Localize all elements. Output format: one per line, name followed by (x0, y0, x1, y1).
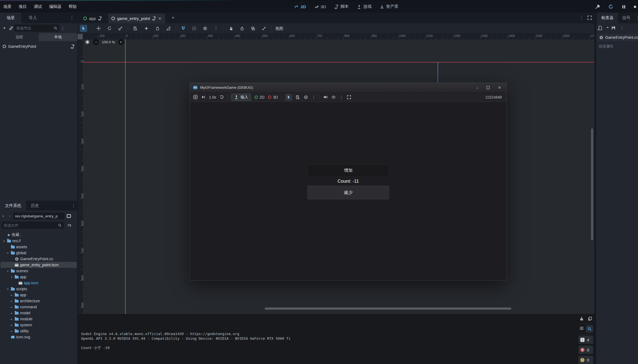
expand-arrow-icon[interactable] (10, 294, 13, 297)
path-field[interactable]: res://global/game_entry_p (13, 212, 64, 220)
new-tab-icon[interactable]: + (172, 15, 175, 21)
expand-arrow-icon[interactable] (10, 300, 13, 303)
search-log-button[interactable] (586, 325, 593, 333)
menu-item[interactable]: 调试 (34, 4, 42, 9)
vertical-scrollbar[interactable] (591, 128, 593, 240)
filter-nodes-field[interactable] (14, 25, 60, 32)
game-viewport[interactable]: 增加 Count: -11 减少 (190, 102, 507, 280)
filter-properties-label[interactable]: 筛选属性 (599, 44, 613, 49)
scale-tool[interactable] (117, 25, 124, 32)
tab-3d[interactable]: 3D (314, 4, 326, 9)
file-tree-row[interactable]: ★ res:// (1, 238, 77, 244)
scene-tab-app[interactable]: app (80, 14, 105, 23)
filter-nodes-input[interactable] (16, 26, 52, 30)
file-tree-row[interactable]: ★ command (1, 304, 77, 310)
expand-arrow-icon[interactable] (6, 288, 10, 291)
select-tool[interactable] (80, 25, 87, 32)
horizontal-scrollbar[interactable] (265, 307, 511, 310)
expand-arrow-icon[interactable] (10, 318, 13, 321)
add-node-button[interactable]: + (1, 25, 8, 31)
open-script-icon[interactable] (70, 45, 75, 49)
zoom-percent[interactable]: 100.0 % (102, 40, 115, 44)
file-tree-row[interactable]: ★ model (1, 310, 77, 316)
file-tree-row[interactable]: ★ 收藏 : (1, 232, 77, 238)
close-icon[interactable]: ✕ (498, 85, 501, 90)
collapse-log-icon[interactable] (579, 326, 584, 331)
tab-history[interactable]: 历史 (26, 201, 44, 211)
instantiate-scene-button[interactable] (8, 25, 14, 31)
unlock-node-icon[interactable] (238, 25, 246, 32)
file-tree-row[interactable]: ★ app (1, 274, 77, 280)
expand-arrow-icon[interactable] (10, 276, 13, 279)
file-tree-row[interactable]: ★ assets (1, 244, 77, 250)
nav-back-icon[interactable]: ‹ (0, 213, 7, 219)
embed-game-icon[interactable] (331, 95, 336, 99)
file-tree-row[interactable]: ★ utility (1, 328, 77, 334)
sort-files-icon[interactable] (66, 222, 73, 229)
file-tree-row[interactable]: ★ module (1, 316, 77, 322)
menu-item[interactable]: 项目 (19, 4, 27, 9)
expand-arrow-icon[interactable] (2, 239, 6, 242)
tab-list-icon[interactable]: ⋮ (580, 15, 584, 20)
message-count-badge[interactable]: ! 4 (578, 336, 593, 344)
fullscreen-icon[interactable] (347, 95, 351, 99)
zoom-in-button[interactable]: + (118, 39, 124, 45)
rotate-tool[interactable] (106, 25, 113, 32)
scene-tree-menu-icon[interactable]: ⋮ (60, 25, 66, 31)
viewport-options-icon[interactable] (85, 40, 90, 45)
pause-game-button[interactable] (621, 4, 627, 10)
reload-game-button[interactable] (607, 4, 614, 10)
filter-files-input[interactable] (4, 223, 56, 227)
nav-forward-icon[interactable]: › (7, 213, 13, 219)
input-mode-button[interactable]: 输入 (231, 94, 251, 101)
game-menu-icon[interactable]: ⋮ (339, 95, 343, 100)
split-dock-icon[interactable] (66, 213, 72, 219)
file-tree-row[interactable]: ★ global (1, 250, 77, 256)
menu-item[interactable]: 场景 (3, 4, 11, 9)
dock-tab-signals[interactable]: 信号 (618, 13, 635, 23)
move-tool[interactable] (95, 25, 102, 32)
new-resource-icon[interactable]: + (598, 26, 602, 30)
file-tree-row[interactable]: ★ system (1, 322, 77, 328)
message-count-badge[interactable]: ! 0 (578, 356, 593, 364)
tab-filesystem[interactable]: 文件系统 (0, 201, 26, 211)
camera-override-icon[interactable] (304, 95, 308, 99)
smart-snap-icon[interactable] (180, 25, 187, 32)
expand-arrow-icon[interactable] (6, 270, 10, 273)
left-splitter[interactable] (77, 23, 78, 364)
game-debug-window[interactable]: MyGFrameworkGame (DEBUG) – ✕ 1.0x 输入 (190, 82, 507, 281)
menu-item[interactable]: 编辑器 (49, 4, 61, 9)
file-tree-row[interactable]: ★ icon.svg (1, 334, 77, 340)
mode-2d-button[interactable]: 2D (255, 95, 264, 99)
scene-tab-game-entry-point[interactable]: game_entry_point ✕ (108, 14, 165, 23)
group-node-icon[interactable] (249, 25, 256, 32)
ruler-tool[interactable] (165, 25, 172, 32)
speed-label[interactable]: 1.0x (209, 95, 216, 99)
snap-options-menu-icon[interactable]: ⋮ (212, 25, 220, 32)
decrease-button[interactable]: 减少 (308, 186, 389, 199)
reset-speed-icon[interactable] (220, 95, 224, 99)
game-window-titlebar[interactable]: MyGFrameworkGame (DEBUG) – ✕ (190, 83, 507, 93)
file-tree-row[interactable]: ★ game_entry_point.tscn (1, 262, 77, 268)
minimize-icon[interactable]: – (476, 85, 478, 90)
lock-node-icon[interactable] (228, 25, 235, 32)
tab-game[interactable]: 游戏 (357, 4, 372, 10)
stop-button[interactable] (634, 4, 636, 10)
grid-snap-icon[interactable] (191, 25, 198, 32)
camera-options-menu-icon[interactable]: ⋮ (312, 95, 316, 100)
file-tree-row[interactable]: ★ scenes (1, 268, 77, 274)
position-snap-icon[interactable] (143, 25, 150, 32)
suspend-icon[interactable] (193, 95, 198, 99)
local-tab[interactable]: 本地 (39, 33, 78, 41)
clear-output-icon[interactable] (579, 316, 584, 321)
file-tree-row[interactable]: ★ scripts (1, 286, 77, 292)
dock-tab-inspector[interactable]: 检查器 (597, 13, 618, 23)
expand-editor-icon[interactable] (587, 15, 592, 20)
grid-toggle-icon[interactable] (202, 25, 209, 32)
list-select-mode-icon[interactable] (296, 95, 300, 99)
expand-arrow-icon[interactable] (10, 312, 13, 315)
mode-3d-button[interactable]: 3D (268, 95, 278, 99)
zoom-out-button[interactable]: − (93, 39, 99, 45)
dock-tab-scene[interactable]: 场景 (0, 13, 21, 23)
file-tree-row[interactable]: ★ architecture (1, 298, 77, 304)
